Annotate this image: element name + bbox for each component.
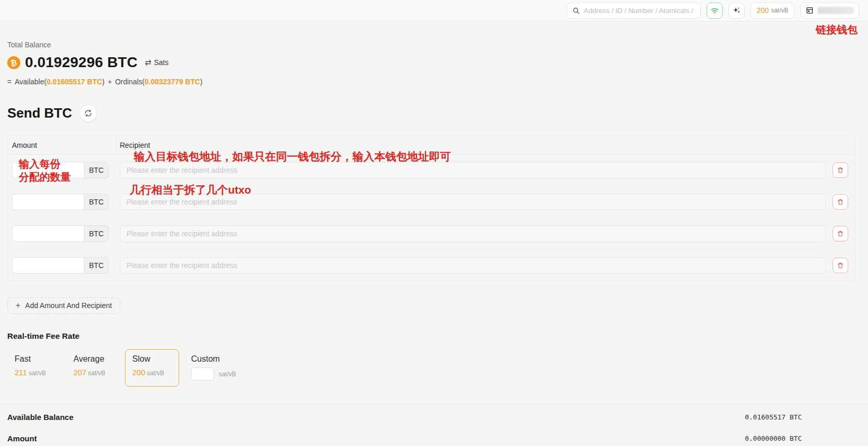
recipient-cell [116,162,826,179]
total-balance-label: Total Balance [7,41,861,49]
fee-option-slow-selected[interactable]: Slow 200sat/vB [125,349,179,387]
add-amount-recipient-button[interactable]: + Add Amount And Recipient [7,297,120,314]
recipient-input-2[interactable] [120,194,826,210]
delete-row-button-1[interactable] [833,162,848,178]
amount-cell: BTC [8,225,116,242]
wallet-button[interactable] [800,3,859,19]
available-value: 0.01605517 BTC [46,78,102,86]
sats-unit-toggle[interactable]: ⇄ Sats [145,58,169,67]
recipient-column-header: Recipient [116,136,855,154]
fee-option-custom[interactable]: Custom sat/vB [184,349,238,387]
fee-rate-unit: sat/vB [771,7,788,14]
delete-row-button-2[interactable] [833,194,848,210]
search-box[interactable] [567,3,701,19]
fee-options: Fast 211sat/vB Average 207sat/vB Slow 20… [7,349,861,387]
amount-input-1[interactable] [12,162,84,179]
page-title: Send BTC [7,105,72,121]
recipient-input-1[interactable] [120,162,826,179]
trash-icon [837,230,844,237]
ordinals-segment: Ordinals(0.00323779 BTC) [115,78,203,86]
send-row-2: BTC [8,186,855,218]
amount-cell: BTC [8,162,116,179]
topbar: 200 sat/vB [0,0,868,21]
fee-slow-value: 200 [132,368,145,377]
wallet-address-redacted [817,7,854,14]
refresh-button[interactable] [80,105,97,122]
plus-icon: + [16,301,20,310]
delete-row-button-4[interactable] [833,258,848,273]
send-row-4: BTC [8,250,855,281]
bitcoin-icon: ₿ [6,55,21,70]
fee-rate-value: 200 [757,6,769,15]
amount-total-row: Amount 0.00000000 BTC [7,428,802,446]
recipient-input-4[interactable] [120,257,826,274]
fee-option-fast[interactable]: Fast 211sat/vB [7,349,61,387]
trash-icon [837,167,844,174]
amount-input-2[interactable] [12,194,84,210]
delete-row-button-3[interactable] [833,226,848,241]
fee-average-value: 207 [73,368,86,377]
annotation-connect-wallet: 链接钱包 [816,23,858,36]
fee-option-average[interactable]: Average 207sat/vB [66,349,120,387]
fee-fast-value: 211 [15,368,27,377]
search-icon [572,7,580,15]
summary-section: Available Balance 0.01605517 BTC Amount … [0,403,868,446]
amount-cell: BTC [8,257,116,274]
fee-rate-section-title: Real-time Fee Rate [7,332,861,341]
trash-icon [837,198,844,206]
btc-unit-suffix: BTC [84,194,109,210]
custom-fee-input[interactable] [191,367,214,380]
custom-fee-unit: sat/vB [219,371,236,378]
available-segment: Available(0.01605517 BTC) [15,78,105,86]
assistant-button[interactable] [728,3,745,19]
total-balance-row: ₿ 0.01929296 BTC ⇄ Sats [7,54,861,71]
main-content: Total Balance ₿ 0.01929296 BTC ⇄ Sats = … [0,41,868,446]
recipient-cell [116,225,826,242]
search-input[interactable] [584,7,695,15]
btc-unit-suffix: BTC [84,225,109,242]
btc-unit-suffix: BTC [84,257,109,274]
swap-icon: ⇄ [145,58,152,67]
sats-toggle-label: Sats [154,58,169,67]
recipient-input-3[interactable] [120,225,826,242]
amount-column-header: Amount [8,136,116,154]
add-button-label: Add Amount And Recipient [25,301,112,310]
available-balance-row: Available Balance 0.01605517 BTC [7,406,802,428]
amount-input-4[interactable] [12,257,84,274]
sparkles-icon [732,6,741,15]
balance-breakdown: = Available(0.01605517 BTC) + Ordinals(0… [7,78,861,86]
amount-input-3[interactable] [12,225,84,242]
send-form-table: Amount Recipient BTC BTC [7,135,856,282]
available-balance-label: Available Balance [7,413,73,422]
total-balance-amount: 0.01929296 BTC [25,54,137,71]
amount-total-label: Amount [7,434,37,443]
ordinals-value: 0.00323779 BTC [145,78,200,86]
recipient-cell [116,257,826,274]
btc-unit-suffix: BTC [84,162,109,179]
wallet-panel-icon [806,6,814,15]
table-header: Amount Recipient [8,136,855,155]
send-row-3: BTC [8,218,855,250]
equation-equals: = [7,78,11,86]
trash-icon [837,262,844,269]
send-row-1: BTC [8,155,855,186]
current-fee-rate-pill[interactable]: 200 sat/vB [750,3,795,19]
equation-plus: + [108,78,112,86]
amount-cell: BTC [8,194,116,210]
amount-total-value: 0.00000000 BTC [745,435,802,442]
wifi-icon [710,6,719,15]
refresh-icon [84,109,92,117]
network-status-button[interactable] [707,3,723,19]
available-balance-value: 0.01605517 BTC [745,413,802,421]
recipient-cell [116,194,826,210]
